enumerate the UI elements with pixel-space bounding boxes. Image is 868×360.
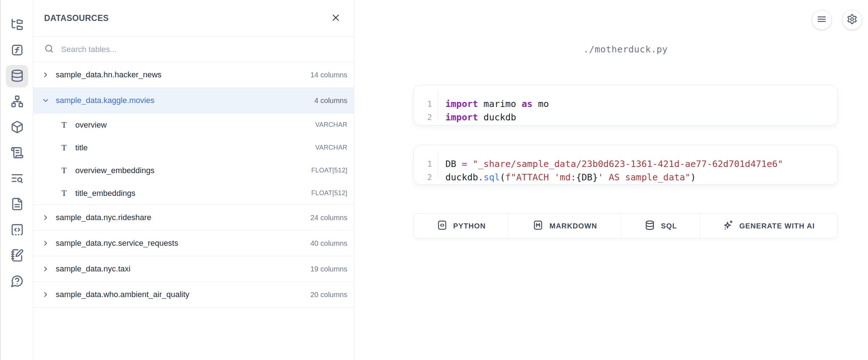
- column-name: title: [75, 143, 88, 153]
- code-square-icon: [437, 220, 448, 232]
- line-number: 2: [414, 111, 432, 124]
- activity-sidebar: [0, 0, 33, 360]
- add-button-label: GENERATE WITH AI: [739, 222, 815, 230]
- code-line: import duckdb: [445, 111, 837, 124]
- table-name: sample_data.hn.hacker_news: [56, 70, 161, 80]
- line-number: 1: [414, 157, 432, 171]
- table-name: sample_data.nyc.rideshare: [56, 213, 151, 222]
- search-tables-input[interactable]: [61, 45, 343, 54]
- text-type-icon: T: [59, 166, 69, 175]
- text-type-icon: T: [59, 188, 69, 198]
- sidebar-item-scratchpad[interactable]: [6, 245, 28, 267]
- functions-icon: [10, 43, 24, 58]
- markdown-icon: [533, 220, 543, 232]
- chevron-right-icon: [41, 70, 50, 79]
- table-column-count: 24 columns: [310, 214, 347, 222]
- sidebar-item-search[interactable]: [6, 168, 28, 190]
- database-icon: [10, 69, 24, 84]
- notebook-filename[interactable]: ./motherduck.py: [414, 44, 838, 55]
- column-datatype: FLOAT[512]: [311, 189, 347, 197]
- sidebar-item-functions[interactable]: [6, 39, 28, 62]
- add-python-cell-button[interactable]: PYTHON: [414, 214, 509, 238]
- chevron-down-icon: [41, 96, 50, 105]
- sidebar-item-file-tree[interactable]: [6, 14, 28, 36]
- column-datatype: FLOAT[512]: [311, 167, 347, 174]
- sidebar-item-snippets[interactable]: [6, 219, 28, 241]
- datasources-panel: DATASOURCES sample_data.hn.hacker_news 1…: [33, 0, 354, 360]
- table-row-hacker-news[interactable]: sample_data.hn.hacker_news 14 columns: [33, 62, 354, 88]
- table-column-count: 14 columns: [310, 71, 347, 79]
- notebook-main-area: ./motherduck.py 1 2 import marimo as mo …: [354, 0, 868, 360]
- sidebar-item-logs[interactable]: [6, 142, 28, 164]
- column-datatype: VARCHAR: [315, 144, 347, 151]
- column-name: title_embeddings: [75, 189, 135, 198]
- close-icon: [331, 13, 340, 24]
- add-button-label: MARKDOWN: [549, 222, 597, 230]
- table-name: sample_data.nyc.service_requests: [56, 239, 178, 248]
- generate-with-ai-button[interactable]: GENERATE WITH AI: [700, 214, 837, 238]
- table-name: sample_data.who.ambient_air_quality: [56, 290, 189, 299]
- list-search-icon: [10, 172, 24, 187]
- table-row-nyc-service-requests[interactable]: sample_data.nyc.service_requests 40 colu…: [33, 231, 354, 256]
- text-type-icon: T: [59, 143, 69, 153]
- chevron-right-icon: [41, 290, 50, 299]
- add-button-label: SQL: [661, 222, 677, 230]
- sidebar-item-documentation[interactable]: [6, 193, 28, 216]
- database-icon: [644, 220, 655, 232]
- table-row-nyc-rideshare[interactable]: sample_data.nyc.rideshare 24 columns: [33, 205, 354, 231]
- code-line: DB = "_share/sample_data/23b0d623-1361-4…: [445, 157, 837, 171]
- column-name: overview_embeddings: [75, 166, 154, 175]
- code-cell-attach-db[interactable]: 1 2 DB = "_share/sample_data/23b0d623-13…: [414, 145, 838, 185]
- scroll-logs-icon: [10, 146, 24, 161]
- add-cell-button-row: PYTHON MARKDOWN SQL GENERATE WITH AI: [414, 213, 838, 239]
- code-line: import marimo as mo: [445, 97, 837, 111]
- add-sql-cell-button[interactable]: SQL: [622, 214, 700, 238]
- close-panel-button[interactable]: [329, 11, 343, 26]
- table-row-nyc-taxi[interactable]: sample_data.nyc.taxi 19 columns: [33, 256, 354, 282]
- notebook-pen-icon: [10, 249, 24, 263]
- line-number-gutter: 1 2: [414, 150, 438, 179]
- table-name: sample_data.kaggle.movies: [56, 96, 154, 105]
- column-name: overview: [75, 120, 107, 130]
- code-editor[interactable]: import marimo as mo import duckdb: [438, 90, 837, 120]
- code-cell-imports[interactable]: 1 2 import marimo as mo import duckdb: [414, 85, 838, 125]
- table-column-count: 40 columns: [310, 239, 347, 248]
- top-right-controls: [812, 10, 862, 30]
- column-row-overview[interactable]: T overview VARCHAR: [33, 113, 354, 136]
- line-number: 2: [414, 171, 432, 184]
- sidebar-item-datasources[interactable]: [6, 65, 28, 87]
- panel-title: DATASOURCES: [44, 13, 109, 23]
- table-column-count: 19 columns: [310, 265, 347, 273]
- column-datatype: VARCHAR: [315, 121, 347, 129]
- text-type-icon: T: [59, 120, 69, 130]
- hamburger-menu-icon: [816, 14, 827, 26]
- table-row-kaggle-movies[interactable]: sample_data.kaggle.movies 4 columns: [33, 88, 354, 113]
- table-row-who-ambient-air-quality[interactable]: sample_data.who.ambient_air_quality 20 c…: [33, 282, 354, 308]
- add-markdown-cell-button[interactable]: MARKDOWN: [509, 214, 622, 238]
- package-box-icon: [10, 120, 24, 135]
- code-line: duckdb.sql(f"ATTACH 'md:{DB}' AS sample_…: [445, 171, 837, 184]
- dependency-graph-icon: [10, 95, 24, 110]
- column-row-title-embeddings[interactable]: T title_embeddings FLOAT[512]: [33, 182, 354, 205]
- settings-button[interactable]: [842, 10, 862, 30]
- column-row-title[interactable]: T title VARCHAR: [33, 136, 354, 159]
- table-name: sample_data.nyc.taxi: [56, 264, 131, 274]
- kaggle-movies-columns: T overview VARCHAR T title VARCHAR T ove…: [33, 113, 354, 205]
- code-snippets-icon: [10, 223, 24, 238]
- add-button-label: PYTHON: [453, 222, 486, 230]
- sidebar-item-dependency-graph[interactable]: [6, 91, 28, 113]
- code-editor[interactable]: DB = "_share/sample_data/23b0d623-1361-4…: [438, 150, 837, 179]
- file-tree-icon: [10, 18, 24, 33]
- chevron-right-icon: [41, 265, 50, 273]
- notebook-menu-button[interactable]: [812, 10, 832, 30]
- column-row-overview-embeddings[interactable]: T overview_embeddings FLOAT[512]: [33, 159, 354, 182]
- chevron-right-icon: [41, 239, 50, 248]
- table-column-count: 20 columns: [310, 291, 347, 299]
- marimo-app: DATASOURCES sample_data.hn.hacker_news 1…: [0, 0, 868, 360]
- table-column-count: 4 columns: [314, 97, 347, 105]
- sidebar-item-packages[interactable]: [6, 116, 28, 139]
- file-text-icon: [10, 197, 24, 212]
- sidebar-item-help[interactable]: [6, 270, 28, 293]
- gear-icon: [847, 14, 858, 26]
- chevron-right-icon: [41, 213, 50, 222]
